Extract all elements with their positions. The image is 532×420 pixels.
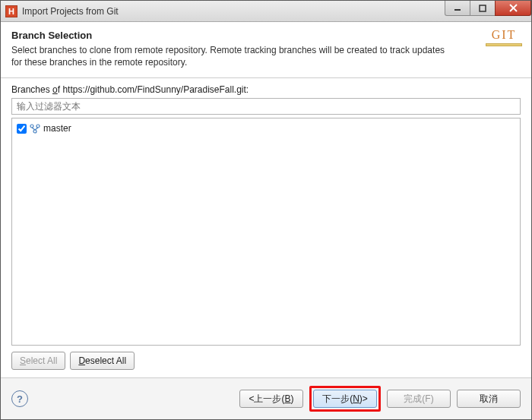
git-logo-icon: GIT bbox=[486, 28, 522, 46]
content-area: Branches of https://github.com/FindSunny… bbox=[1, 78, 531, 377]
titlebar[interactable]: H Import Projects from Git bbox=[1, 1, 531, 22]
svg-point-4 bbox=[30, 125, 33, 128]
branches-label: Branches of https://github.com/FindSunny… bbox=[11, 84, 521, 95]
next-button[interactable]: 下一步(N)> bbox=[313, 390, 377, 408]
branch-name: master bbox=[43, 123, 71, 134]
next-button-highlight: 下一步(N)> bbox=[309, 386, 381, 412]
window-title: Import Projects from Git bbox=[22, 6, 445, 17]
close-button[interactable] bbox=[495, 1, 531, 16]
finish-button[interactable]: 完成(F) bbox=[387, 390, 451, 408]
git-logo-text: GIT bbox=[486, 28, 522, 42]
page-title: Branch Selection bbox=[11, 30, 521, 41]
branch-item[interactable]: master bbox=[17, 122, 515, 135]
branch-list[interactable]: master bbox=[11, 118, 521, 346]
back-button[interactable]: <上一步(B) bbox=[239, 390, 303, 408]
help-button[interactable]: ? bbox=[11, 390, 28, 407]
svg-point-5 bbox=[36, 125, 40, 128]
wizard-header: Branch Selection Select branches to clon… bbox=[1, 22, 531, 78]
branch-icon bbox=[30, 123, 40, 134]
select-all-button[interactable]: Select All bbox=[11, 352, 65, 370]
cancel-button[interactable]: 取消 bbox=[457, 390, 521, 408]
svg-rect-1 bbox=[480, 5, 486, 11]
wizard-footer: ? <上一步(B) 下一步(N)> 完成(F) 取消 bbox=[1, 378, 531, 419]
maximize-button[interactable] bbox=[470, 1, 496, 16]
svg-point-6 bbox=[33, 130, 36, 133]
branch-checkbox[interactable] bbox=[17, 124, 27, 134]
app-icon: H bbox=[5, 5, 17, 17]
selection-buttons-row: Select All Deselect All bbox=[11, 352, 521, 370]
filter-input[interactable] bbox=[11, 98, 521, 115]
minimize-button[interactable] bbox=[445, 1, 470, 16]
window-controls bbox=[445, 1, 531, 21]
dialog-window: H Import Projects from Git Branch Select… bbox=[0, 0, 532, 420]
deselect-all-button[interactable]: Deselect All bbox=[70, 352, 135, 370]
page-description: Select branches to clone from remote rep… bbox=[11, 44, 452, 68]
